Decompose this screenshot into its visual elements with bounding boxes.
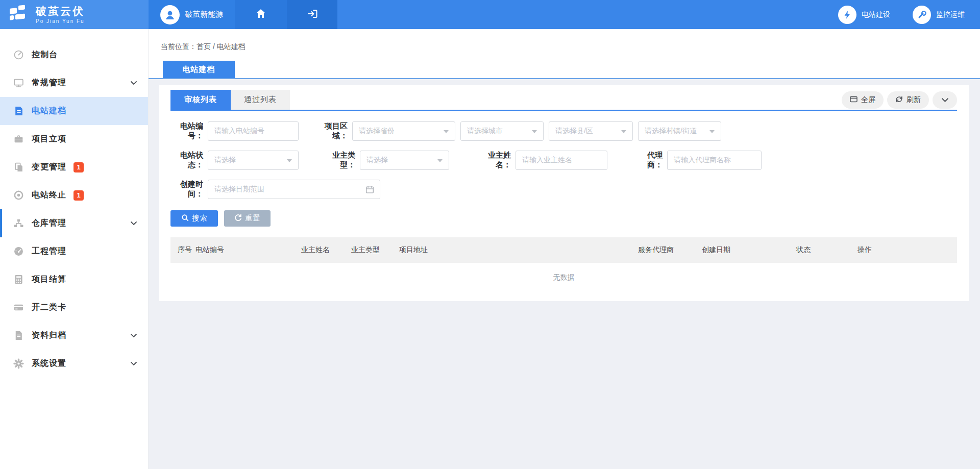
sidebar-item-label: 系统设置 [32, 358, 66, 369]
col-seq: 序号 [170, 245, 195, 255]
sidebar-item-label: 变更管理 [32, 162, 66, 172]
breadcrumb-bar: 当前位置：首页 / 电站建档 电站建档 [149, 29, 980, 79]
sidebar-item-station-archive[interactable]: 电站建档 [0, 97, 148, 125]
page-tab-station-archive[interactable]: 电站建档 [163, 61, 235, 78]
collapse-toggle-button[interactable] [933, 91, 957, 109]
station-no-label: 电站编号： [170, 121, 208, 141]
chevron-down-icon [131, 362, 137, 366]
chevron-down-icon [131, 334, 137, 338]
results-table: 序号 电站编号 业主姓名 业主类型 项目地址 服务代理商 创建日期 状态 操作 … [170, 237, 957, 292]
topbar: 破茧云伏 Po Jian Yun Fu 破茧新能源 [0, 0, 980, 29]
town-select[interactable]: 请选择村镇/街道 [638, 121, 721, 141]
logout-button[interactable] [287, 0, 337, 29]
main-layout: 控制台 常规管理 电站建档 [0, 29, 980, 469]
station-status-label: 电站状态： [170, 151, 208, 170]
copy-icon [13, 162, 24, 173]
agent-placeholder: 请输入代理商名称 [674, 156, 731, 165]
caret-down-icon [444, 130, 449, 136]
city-select[interactable]: 请选择城市 [460, 121, 544, 141]
caret-down-icon [709, 130, 715, 136]
sidebar-item-project-initiation[interactable]: 项目立项 [0, 125, 148, 153]
sidebar-item-project-settlement[interactable]: 项目结算 [0, 265, 148, 293]
town-placeholder: 请选择村镇/街道 [645, 127, 697, 136]
briefcase-icon [13, 134, 24, 145]
brand-logo: 破茧云伏 Po Jian Yun Fu [0, 0, 149, 29]
tab-underline [170, 110, 957, 111]
archive-icon [13, 330, 24, 341]
fullscreen-icon [850, 96, 857, 104]
sidebar-item-general-mgmt[interactable]: 常规管理 [0, 69, 148, 97]
module-label: 电站建设 [862, 10, 890, 19]
county-select[interactable]: 请选择县/区 [549, 121, 633, 141]
filter-row-1: 电站编号： 请输入电站编号 项目区域： 请选择省份 请选择城市 [170, 121, 957, 141]
refresh-label: 刷新 [906, 95, 921, 105]
gear-icon [13, 358, 24, 369]
home-button[interactable] [235, 0, 287, 29]
owner-name-placeholder: 请输入业主姓名 [522, 156, 572, 165]
col-status: 状态 [796, 245, 857, 255]
panel-header: 审核列表 通过列表 全屏 [170, 90, 957, 110]
breadcrumb: 当前位置：首页 / 电站建档 [161, 42, 246, 52]
station-termination-badge: 1 [74, 190, 84, 201]
brand-subtitle: Po Jian Yun Fu [36, 18, 85, 24]
calendar-icon [365, 185, 374, 195]
sitemap-icon [13, 218, 24, 229]
module-monitor-ops[interactable]: 监控运维 [913, 6, 965, 24]
content-area: 当前位置：首页 / 电站建档 电站建档 审核列表 通过列表 [149, 29, 980, 469]
sidebar-item-station-termination[interactable]: 电站终止 1 [0, 181, 148, 209]
document-icon [13, 106, 24, 117]
reset-button[interactable]: 重置 [224, 210, 271, 227]
owner-type-select[interactable]: 请选择 [360, 151, 449, 170]
date-range-input[interactable]: 请选择日期范围 [208, 180, 380, 199]
sidebar-item-label: 项目结算 [32, 274, 66, 285]
sidebar-item-system-settings[interactable]: 系统设置 [0, 350, 148, 378]
calculator-icon [13, 274, 24, 285]
breadcrumb-path[interactable]: 首页 / 电站建档 [197, 42, 246, 51]
station-archive-panel: 审核列表 通过列表 全屏 [159, 85, 969, 301]
brand-name: 破茧云伏 [36, 5, 85, 17]
station-no-input[interactable]: 请输入电站编号 [208, 121, 299, 141]
search-icon [181, 214, 189, 223]
gauge-icon [13, 246, 24, 257]
sidebar-item-label: 电站终止 [32, 190, 66, 201]
wrench-icon [913, 6, 931, 24]
sidebar-item-change-mgmt[interactable]: 变更管理 1 [0, 153, 148, 181]
sidebar-item-label: 仓库管理 [32, 218, 66, 229]
sidebar-item-engineering-mgmt[interactable]: 工程管理 [0, 237, 148, 265]
reset-icon [234, 214, 242, 223]
sidebar-item-label: 电站建档 [32, 106, 66, 116]
sidebar-item-console[interactable]: 控制台 [0, 41, 148, 69]
lightning-icon [838, 6, 856, 24]
search-button[interactable]: 搜索 [170, 210, 218, 227]
sidebar-item-open-class2-card[interactable]: 开二类卡 [0, 293, 148, 322]
sidebar-item-data-archive[interactable]: 资料归档 [0, 322, 148, 350]
fullscreen-button[interactable]: 全屏 [842, 91, 884, 109]
col-station-no: 电站编号 [195, 245, 301, 255]
province-select[interactable]: 请选择省份 [352, 121, 455, 141]
user-menu[interactable]: 破茧新能源 [149, 0, 235, 29]
avatar[interactable] [160, 5, 180, 24]
owner-name-input[interactable]: 请输入业主姓名 [516, 151, 607, 170]
filter-row-3: 创建时间： 请选择日期范围 [170, 180, 957, 199]
refresh-button[interactable]: 刷新 [887, 91, 929, 109]
card-icon [13, 302, 24, 313]
reset-label: 重置 [246, 214, 261, 223]
agent-input[interactable]: 请输入代理商名称 [667, 151, 762, 170]
monitor-icon [13, 78, 24, 89]
empty-state: 无数据 [170, 263, 957, 292]
city-placeholder: 请选择城市 [467, 127, 503, 136]
tab-review-list[interactable]: 审核列表 [170, 90, 231, 110]
change-mgmt-badge: 1 [74, 162, 84, 172]
station-status-select[interactable]: 请选择 [208, 151, 299, 170]
tab-passed-list[interactable]: 通过列表 [231, 90, 290, 110]
search-label: 搜索 [192, 214, 208, 223]
module-station-build[interactable]: 电站建设 [838, 6, 890, 24]
sidebar-item-warehouse-mgmt[interactable]: 仓库管理 [0, 209, 148, 237]
sidebar-item-label: 开二类卡 [32, 302, 66, 313]
col-actions: 操作 [857, 245, 957, 255]
col-project-address: 项目地址 [399, 245, 638, 255]
sidebar-item-label: 项目立项 [32, 134, 66, 144]
sidebar: 控制台 常规管理 电站建档 [0, 29, 149, 469]
refresh-icon [895, 95, 903, 105]
brand-text: 破茧云伏 Po Jian Yun Fu [36, 5, 85, 24]
